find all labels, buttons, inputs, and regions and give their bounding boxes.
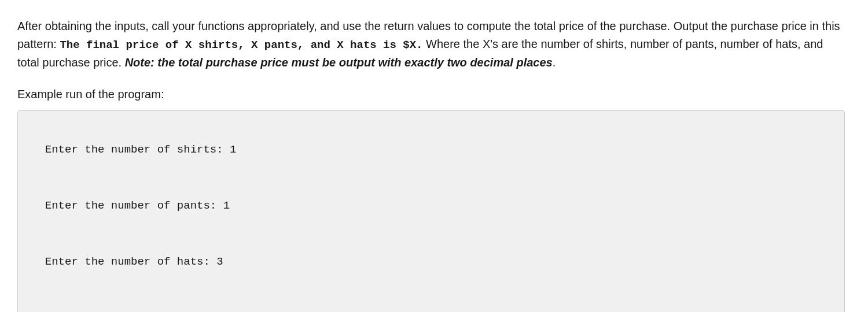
note-bold-italic: Note: the total purchase price must be o…	[125, 56, 553, 69]
code-block: Enter the number of shirts: 1 Enter the …	[17, 110, 845, 312]
code-line-2: Enter the number of pants: 1	[45, 199, 230, 212]
description-text: After obtaining the inputs, call your fu…	[17, 17, 845, 72]
description-block: After obtaining the inputs, call your fu…	[17, 17, 845, 72]
pattern-code: The final price of X shirts, X pants, an…	[60, 39, 422, 51]
code-line-3: Enter the number of hats: 3	[45, 255, 223, 268]
code-line-1: Enter the number of shirts: 1	[45, 143, 237, 156]
note-end: .	[553, 56, 556, 69]
example-label: Example run of the program:	[17, 88, 845, 101]
